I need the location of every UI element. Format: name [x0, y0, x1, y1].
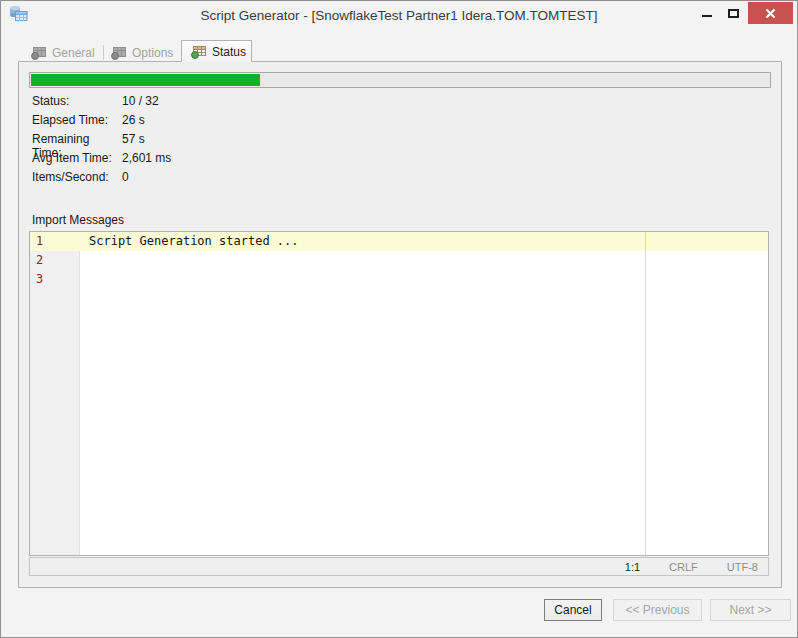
encoding-indicator: UTF-8: [727, 561, 758, 573]
stat-value: 0: [122, 170, 129, 184]
tab-options-label: Options: [132, 46, 173, 60]
maximize-button[interactable]: [721, 3, 745, 23]
tab-status[interactable]: Status: [181, 40, 252, 62]
line-text: [80, 251, 89, 270]
title-bar: Script Generator - [SnowflakeTest Partne…: [1, 1, 797, 31]
progress-fill: [31, 74, 260, 86]
line-number: 1: [30, 232, 80, 251]
next-button[interactable]: Next >>: [710, 599, 791, 621]
stat-label: Avg Item Time:: [32, 151, 122, 165]
minimize-icon: [702, 15, 712, 17]
stat-value: 2,601 ms: [122, 151, 171, 165]
line-ending-indicator: CRLF: [669, 561, 698, 573]
stat-value: 26 s: [122, 113, 145, 127]
cancel-button[interactable]: Cancel: [544, 599, 602, 621]
line-number: 3: [30, 270, 80, 289]
editor-line: 3: [30, 270, 768, 289]
line-text: [80, 270, 89, 289]
stat-label: Elapsed Time:: [32, 113, 122, 127]
close-button[interactable]: [748, 2, 793, 24]
editor-lines: 1 Script Generation started ... 2 3: [30, 232, 768, 289]
import-messages-editor[interactable]: 1 Script Generation started ... 2 3: [29, 231, 769, 556]
caret-position: 1:1: [625, 561, 640, 573]
previous-button[interactable]: << Previous: [613, 599, 702, 621]
status-tab-panel: Status: 10 / 32 Elapsed Time: 26 s Remai…: [18, 61, 782, 588]
editor-line: 2: [30, 251, 768, 270]
editor-status-bar: 1:1 CRLF UTF-8: [29, 557, 769, 576]
stat-label: Status:: [32, 94, 122, 108]
editor-line: 1 Script Generation started ...: [30, 232, 768, 251]
tab-separator: [103, 45, 104, 60]
tab-status-label: Status: [212, 45, 246, 59]
stat-row-avg-item-time: Avg Item Time: 2,601 ms: [32, 151, 171, 165]
stat-label: Items/Second:: [32, 170, 122, 184]
stat-row-elapsed: Elapsed Time: 26 s: [32, 113, 145, 127]
close-icon: [765, 8, 776, 19]
line-text: Script Generation started ...: [80, 232, 299, 251]
line-number: 2: [30, 251, 80, 270]
table-icon: [31, 46, 47, 60]
stat-row-status: Status: 10 / 32: [32, 94, 159, 108]
table-icon: [111, 46, 127, 60]
import-messages-label: Import Messages: [32, 213, 124, 227]
tab-general[interactable]: General: [31, 43, 95, 63]
progress-bar: [29, 72, 771, 88]
window-title: Script Generator - [SnowflakeTest Partne…: [1, 8, 797, 23]
maximize-icon: [728, 9, 739, 18]
table-icon: [191, 45, 207, 59]
tab-options[interactable]: Options: [111, 43, 173, 63]
stat-row-items-per-second: Items/Second: 0: [32, 170, 129, 184]
script-generator-window: Script Generator - [SnowflakeTest Partne…: [0, 0, 798, 638]
minimize-button[interactable]: [695, 3, 719, 23]
stat-value: 10 / 32: [122, 94, 159, 108]
tab-general-label: General: [52, 46, 95, 60]
